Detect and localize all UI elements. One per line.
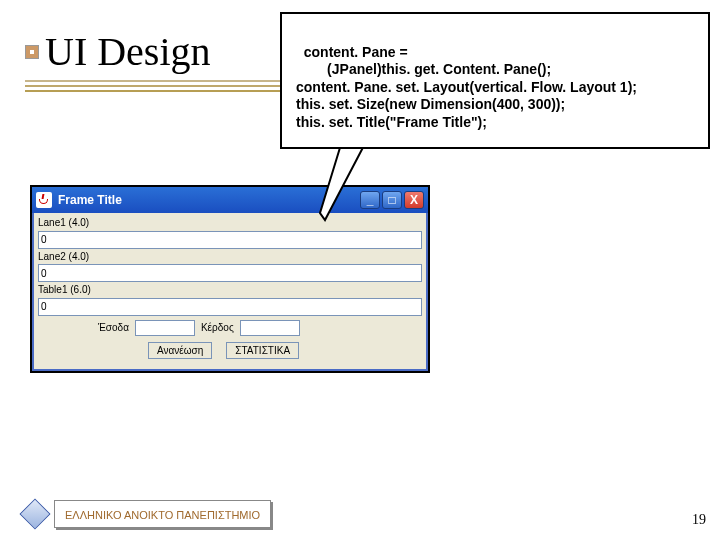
table1-label: Table1 (6.0)	[38, 284, 422, 295]
expense-input[interactable]	[240, 320, 300, 336]
close-button[interactable]: X	[404, 191, 424, 209]
income-input[interactable]	[135, 320, 195, 336]
expense-label: Κέρδος	[201, 322, 234, 333]
stats-button[interactable]: ΣΤΑΤΙΣΤΙΚΑ	[226, 342, 299, 359]
frame-title: Frame Title	[58, 193, 122, 207]
code-callout: content. Pane = (JPanel)this. get. Conte…	[280, 12, 710, 149]
lane2-label: Lane2 (4.0)	[38, 251, 422, 262]
refresh-button[interactable]: Ανανέωση	[148, 342, 212, 359]
footer: ΕΛΛΗΝΙΚΟ ΑΝΟΙΚΤΟ ΠΑΝΕΠΙΣΤΗΜΙΟ	[24, 500, 271, 528]
footer-text: ΕΛΛΗΝΙΚΟ ΑΝΟΙΚΤΟ ΠΑΝΕΠΙΣΤΗΜΙΟ	[65, 509, 260, 521]
lane2-input[interactable]	[38, 264, 422, 282]
java-icon	[36, 192, 52, 208]
button-row: Ανανέωση ΣΤΑΤΙΣΤΙΚΑ	[38, 342, 422, 359]
title-text: UI Design	[45, 28, 211, 75]
slide-number: 19	[692, 512, 706, 528]
lane1-input[interactable]	[38, 231, 422, 249]
footer-logo-icon	[19, 498, 50, 529]
footer-box: ΕΛΛΗΝΙΚΟ ΑΝΟΙΚΤΟ ΠΑΝΕΠΙΣΤΗΜΙΟ	[54, 500, 271, 528]
totals-row: Έσοδα Κέρδος	[38, 320, 422, 336]
code-text: content. Pane = (JPanel)this. get. Conte…	[296, 44, 637, 130]
income-label: Έσοδα	[98, 322, 129, 333]
frame-body: Lane1 (4.0) Lane2 (4.0) Table1 (6.0) Έσο…	[32, 213, 428, 371]
title-bullet-icon	[25, 45, 39, 59]
slide-title: UI Design	[25, 28, 211, 75]
table1-input[interactable]	[38, 298, 422, 316]
